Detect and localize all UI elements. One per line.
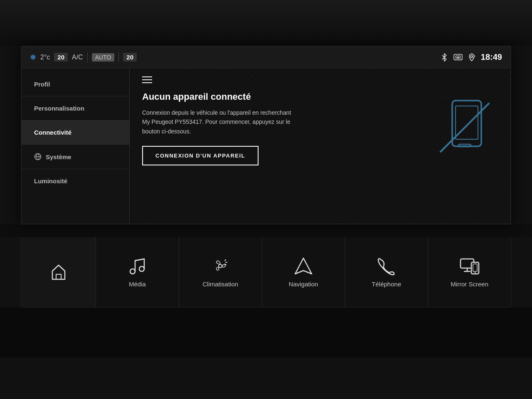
temp-left: 2°c [40, 54, 50, 61]
media-label: Média [129, 281, 146, 288]
no-device-description: Connexion depuis le véhicule ou l'appare… [142, 108, 300, 136]
sidebar-item-personnalisation[interactable]: Personnalisation [22, 96, 129, 121]
divider2 [118, 52, 119, 62]
svg-rect-8 [458, 144, 471, 147]
no-device-title: Aucun appareil connecté [142, 91, 423, 102]
navigation-label: Navigation [289, 281, 318, 288]
connect-device-button[interactable]: CONNEXION D'UN APPAREIL [142, 146, 259, 165]
svg-rect-11 [56, 274, 61, 279]
gap-bar [0, 224, 532, 237]
status-right: 18:49 [440, 52, 502, 62]
telephone-label: Téléphone [372, 281, 401, 288]
navigation-icon [293, 256, 313, 276]
hamburger-button[interactable] [142, 76, 154, 83]
nav-item-telephone[interactable]: Téléphone [345, 237, 428, 307]
sidebar-label-connectivite: Connectivité [34, 129, 71, 136]
svg-rect-2 [457, 57, 459, 57]
fan-icon [210, 256, 231, 276]
status-bar: ❄ 2°c 20 A/C AUTO 20 [22, 47, 510, 68]
bottom-controls [0, 308, 532, 357]
climatisation-label: Climatisation [202, 281, 238, 288]
home-icon [48, 262, 69, 283]
globe-icon [34, 153, 42, 160]
svg-marker-19 [295, 258, 312, 274]
gps-icon [468, 53, 476, 62]
home-button[interactable] [21, 237, 96, 307]
svg-line-14 [135, 259, 144, 261]
divider1 [87, 52, 88, 62]
mirror-screen-label: Mirror Screen [451, 281, 488, 288]
nav-bar: Média Climatisation Navigation [21, 237, 511, 308]
nav-item-navigation[interactable]: Navigation [262, 237, 345, 307]
sidebar-item-luminosite[interactable]: Luminosité [22, 169, 129, 193]
phone-illustration [431, 94, 498, 163]
nav-item-media[interactable]: Média [96, 237, 179, 307]
svg-line-16 [225, 260, 226, 261]
sidebar-label-systeme: Système [46, 153, 71, 160]
content-text: Aucun appareil connecté Connexion depuis… [142, 91, 423, 165]
nav-item-mirror-screen[interactable]: Mirror Screen [428, 237, 511, 307]
music-icon [127, 256, 148, 276]
sidebar-item-systeme[interactable]: Système [22, 145, 129, 169]
snowflake-icon: ❄ [30, 53, 36, 62]
top-bezel [0, 0, 532, 46]
bluetooth-icon [440, 53, 448, 62]
connectivity-icon [453, 54, 463, 61]
svg-point-15 [219, 264, 222, 268]
ac-label: A/C [72, 54, 83, 61]
svg-point-13 [139, 266, 144, 271]
nav-item-climatisation[interactable]: Climatisation [179, 237, 262, 307]
clock: 18:49 [481, 52, 502, 62]
main-screen: ❄ 2°c 20 A/C AUTO 20 [21, 46, 511, 224]
sidebar-label-personnalisation: Personnalisation [34, 105, 84, 112]
sidebar: Profil Personnalisation Connectivité Sys… [22, 68, 130, 224]
sidebar-item-connectivite[interactable]: Connectivité [22, 121, 129, 145]
sidebar-item-profil[interactable]: Profil [22, 72, 129, 96]
sidebar-label-luminosite: Luminosité [34, 177, 67, 185]
status-left: ❄ 2°c 20 A/C AUTO 20 [30, 52, 437, 62]
phone-icon [377, 256, 397, 276]
temp3-display: 20 [123, 53, 137, 62]
car-display: ❄ 2°c 20 A/C AUTO 20 [0, 0, 532, 399]
temp2-display: 20 [54, 53, 68, 62]
content-area: Profil Personnalisation Connectivité Sys… [22, 68, 510, 224]
svg-point-3 [470, 55, 473, 57]
svg-point-25 [474, 272, 475, 273]
auto-badge: AUTO [92, 53, 115, 62]
right-panel: Aucun appareil connecté Connexion depuis… [130, 68, 510, 224]
mirror-screen-icon [459, 256, 480, 276]
content-body: Aucun appareil connecté Connexion depuis… [142, 91, 498, 165]
svg-point-12 [130, 269, 135, 274]
sidebar-label-profil: Profil [34, 81, 50, 88]
